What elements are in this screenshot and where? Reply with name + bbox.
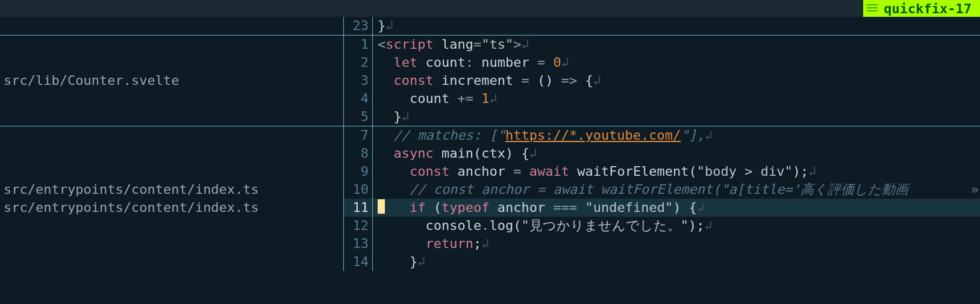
code-column: 7 // matches: ["https://*.youtube.com/"]… — [344, 126, 980, 271]
line-number: 4 — [344, 90, 373, 108]
line-number: 10 — [344, 181, 373, 199]
token: ↲ — [481, 236, 489, 251]
file-path[interactable]: src/lib/Counter.svelte — [4, 72, 340, 90]
code-content[interactable]: // matches: ["https://*.youtube.com/"],↲ — [373, 126, 980, 144]
token: log( — [489, 218, 521, 233]
token: : — [466, 55, 473, 70]
token: === — [553, 200, 577, 215]
line-number: 3 — [344, 72, 373, 90]
token: // matches: [" — [394, 128, 505, 143]
token: let — [394, 55, 418, 70]
token: ↲ — [808, 164, 816, 179]
token — [378, 236, 425, 251]
file-path[interactable]: src/entrypoints/content/index.ts — [4, 199, 340, 217]
token: 1 — [481, 91, 489, 106]
code-line[interactable]: 13 return;↲ — [344, 235, 980, 253]
token — [577, 200, 585, 215]
code-line[interactable]: 7 // matches: ["https://*.youtube.com/"]… — [344, 126, 980, 144]
token: https://*.youtube.com/ — [505, 128, 681, 143]
token: const — [394, 73, 434, 88]
quickfix-badge[interactable]: quickfix-17 — [863, 0, 980, 17]
token: += — [457, 91, 473, 106]
code-content[interactable]: count += 1↲ — [373, 90, 980, 108]
token: => — [561, 73, 578, 88]
code-content[interactable]: }↲ — [373, 253, 980, 271]
code-line[interactable]: 5 }↲ — [344, 108, 980, 126]
code-content[interactable]: const anchor = await waitForElement("bod… — [373, 163, 980, 181]
code-content[interactable]: return;↲ — [373, 235, 980, 253]
token: = — [513, 164, 521, 179]
code-line[interactable]: 12 console.log("見つかりませんでした。");↲ — [344, 217, 980, 235]
token: 0 — [553, 55, 561, 70]
token — [378, 200, 410, 215]
token: = — [473, 37, 481, 52]
token: anchor — [449, 164, 513, 179]
token: ↲ — [529, 146, 537, 161]
token: "ts" — [481, 37, 513, 52]
code-content[interactable]: let count: number = 0↲ — [373, 54, 980, 72]
token: } — [378, 254, 417, 269]
token: "body > div" — [697, 164, 793, 179]
token — [521, 164, 529, 179]
code-line[interactable]: 14 }↲ — [344, 253, 980, 271]
code-content[interactable]: if (typeof anchor === "undefined") {↲ — [373, 199, 980, 217]
code-line[interactable]: 2 let count: number = 0↲ — [344, 54, 980, 72]
editor-pane: 23}↲ — [0, 17, 980, 35]
editor-pane: src/lib/Counter.svelte1<script lang="ts"… — [0, 36, 980, 126]
token — [378, 91, 410, 106]
token: async — [394, 146, 434, 161]
code-content[interactable]: async main(ctx) {↲ — [373, 144, 980, 163]
menu-icon — [867, 4, 878, 13]
line-number: 8 — [344, 144, 373, 163]
token: = — [537, 55, 545, 70]
code-line[interactable]: 3 const increment = () => {↲ — [344, 72, 980, 90]
token — [378, 73, 394, 88]
code-column: 1<script lang="ts">↲2 let count: number … — [344, 36, 980, 126]
code-content[interactable]: console.log("見つかりませんでした。");↲ — [373, 217, 980, 235]
token: ; — [473, 236, 481, 251]
token: () — [529, 73, 561, 88]
code-line[interactable]: 11 if (typeof anchor === "undefined") {↲ — [344, 199, 980, 217]
token — [473, 91, 481, 106]
wrap-indicator-icon: » — [971, 181, 979, 199]
token: ↲ — [697, 200, 705, 215]
token: anchor — [489, 200, 553, 215]
code-content[interactable]: <script lang="ts">↲ — [373, 36, 980, 54]
code-line[interactable]: 4 count += 1↲ — [344, 90, 980, 108]
token: ); — [688, 218, 705, 233]
token — [378, 164, 410, 179]
line-number: 5 — [344, 108, 373, 126]
file-path-column: src/entrypoints/content/index.tssrc/entr… — [0, 126, 344, 271]
token — [378, 128, 394, 143]
token — [378, 218, 425, 233]
code-content[interactable]: }↲ — [373, 17, 980, 35]
token: typeof — [442, 200, 489, 215]
code-line[interactable]: 1<script lang="ts">↲ — [344, 36, 980, 54]
code-content[interactable]: // const anchor = await waitForElement("… — [373, 181, 980, 199]
editor-root: quickfix-17 23}↲src/lib/Counter.svelte1<… — [0, 0, 980, 304]
token: const — [410, 164, 449, 179]
token: > — [513, 37, 521, 52]
token — [378, 146, 394, 161]
token: ) { — [673, 200, 697, 215]
file-path-column: src/lib/Counter.svelte — [0, 36, 344, 126]
token: return — [425, 236, 473, 251]
token: if — [410, 200, 426, 215]
token: increment — [434, 73, 522, 88]
code-line[interactable]: 9 const anchor = await waitForElement("b… — [344, 163, 980, 181]
token: waitForElement( — [569, 164, 697, 179]
code-content[interactable]: }↲ — [373, 108, 980, 126]
token: ( — [425, 200, 442, 215]
token: ↲ — [704, 218, 712, 233]
editor-pane: src/entrypoints/content/index.tssrc/entr… — [0, 126, 980, 271]
code-line[interactable]: 8 async main(ctx) {↲ — [344, 144, 980, 163]
code-line[interactable]: 10 // const anchor = await waitForElemen… — [344, 181, 980, 199]
line-number: 13 — [344, 235, 373, 253]
tab-bar — [0, 0, 980, 17]
file-path[interactable]: src/entrypoints/content/index.ts — [4, 181, 340, 199]
line-number: 12 — [344, 217, 373, 235]
token: script — [385, 37, 433, 52]
token: } — [378, 109, 402, 124]
code-line[interactable]: 23}↲ — [344, 17, 980, 35]
code-content[interactable]: const increment = () => {↲ — [373, 72, 980, 90]
